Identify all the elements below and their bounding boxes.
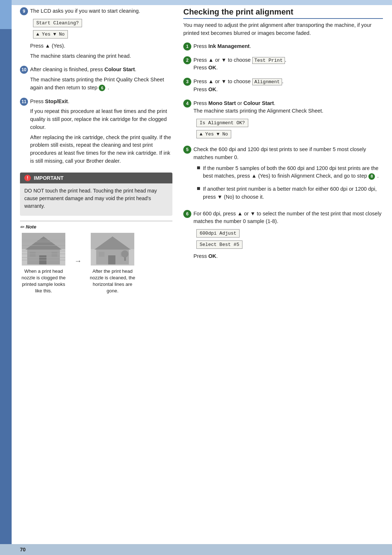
important-text: DO NOT touch the print head. Touching th… [24,187,168,210]
arrow-separator: → [74,257,82,265]
svg-point-22 [121,250,128,258]
important-icon: ! [24,175,31,181]
step-10-result: The machine starts printing the Print Qu… [30,76,172,92]
step-9-circle: 9 [20,7,28,15]
important-body: DO NOT touch the print head. Touching th… [20,183,172,216]
note-section: ✏ Note [20,221,172,297]
important-header: ! IMPORTANT [20,173,172,183]
step-9-result: The machine starts cleaning the print he… [30,52,172,60]
right-step-1-circle: 1 [183,42,191,50]
step-5-bullet-1: If the number 5 samples of both the 600 … [197,165,383,183]
bullet-2-icon [197,187,200,190]
caption-clean: After the print head nozzle is cleaned, … [89,268,136,295]
svg-rect-5 [30,252,36,257]
important-box: ! IMPORTANT DO NOT touch the print head.… [20,173,172,216]
important-label: IMPORTANT [34,175,64,181]
right-step-4-text: Press Mono Start or Colour Start.The mac… [193,100,383,116]
main-content: 9 The LCD asks you if you want to start … [20,7,383,300]
step-9-row: 9 The LCD asks you if you want to start … [20,7,172,62]
caption-clogged: When a print head nozzle is clogged the … [20,268,67,295]
right-step-4-content: Press Mono Start or Colour Start.The mac… [193,100,383,142]
right-step-5-text: Check the 600 dpi and 1200 dpi test prin… [193,146,383,162]
left-column: 9 The LCD asks you if you want to start … [20,7,172,300]
right-step-2-circle: 2 [183,56,191,64]
right-step-6-row: 6 For 600 dpi, press ▲ or ▼ to select th… [183,210,383,263]
step-9-lcd1: Start Cleaning? [33,19,82,27]
step-9-press: Press ▲ (Yes). [30,42,172,50]
right-step-4-lcd1: Is Alignment OK? [196,119,248,127]
sidebar [0,0,12,555]
right-column: Checking the print alignment You may nee… [183,7,383,300]
step-11-para2: After replacing the ink cartridge, check… [30,134,172,165]
top-bar [12,0,392,5]
step-9-lcd-container: Start Cleaning? ▲ Yes ▼ No [33,17,172,40]
svg-rect-18 [108,255,115,264]
right-step-4-row: 4 Press Mono Start or Colour Start.The m… [183,100,383,142]
step-11-press: Press Stop/Exit. [30,98,172,106]
right-step-4-lcd-container: Is Alignment OK? ▲ Yes ▼ No [196,117,383,140]
svg-rect-6 [52,252,57,257]
right-step-2-row: 2 Press ▲ or ▼ to choose Test Print.Pres… [183,56,383,74]
image-block-clean: After the print head nozzle is cleaned, … [89,233,136,297]
section-heading: Checking the print alignment [183,7,383,19]
step-5-bullets: If the number 5 samples of both the 600 … [197,165,383,203]
step-10-content: After cleaning is finished, press Colour… [30,66,172,94]
right-step-3-lcd: Alignment [252,78,282,85]
svg-rect-19 [99,252,105,257]
clogged-house-image [22,233,65,266]
bullet-1-icon [197,166,200,169]
step-10-text: After cleaning is finished, press Colour… [30,66,172,74]
right-step-6-lcd1: 600dpi Adjust [196,229,240,238]
step-9-content: The LCD asks you if you want to start cl… [30,7,172,62]
right-step-5-circle: 5 [183,146,191,154]
right-step-3-content: Press ▲ or ▼ to choose Alignment.Press O… [193,78,383,96]
right-step-3-circle: 3 [183,78,191,86]
right-step-2-content: Press ▲ or ▼ to choose Test Print.Press … [193,56,383,74]
note-pencil-icon: ✏ [20,224,24,230]
right-step-6-press: Press OK. [193,252,383,260]
right-step-2-text: Press ▲ or ▼ to choose Test Print.Press … [193,56,383,72]
right-step-1-text: Press Ink Management. [193,42,383,50]
step-11-content: Press Stop/Exit. If you repeat this proc… [30,98,172,167]
step-ref-6: 6 [99,85,105,91]
note-text: Note [26,224,36,230]
step-11-para1: If you repeat this procedure at least fi… [30,108,172,131]
sidebar-accent [0,0,12,29]
right-step-4-circle: 4 [183,100,191,108]
right-step-1-content: Press Ink Management. [193,42,383,53]
step-9-lcd2: ▲ Yes ▼ No [33,30,68,39]
right-step-4-lcd2: ▲ Yes ▼ No [196,130,231,138]
clean-house-image [91,233,134,266]
step-10-circle: 10 [20,66,28,74]
right-step-3-text: Press ▲ or ▼ to choose Alignment.Press O… [193,78,383,94]
page-bar: 70 [0,544,392,555]
step-9-text: The LCD asks you if you want to start cl… [30,7,172,15]
right-step-1-row: 1 Press Ink Management. [183,42,383,53]
note-label: ✏ Note [20,224,172,230]
right-step-6-text: For 600 dpi, press ▲ or ▼ to select the … [193,210,383,226]
right-step-2-lcd: Test Print [252,57,285,64]
intro-text: You may need to adjust the print alignme… [183,21,383,37]
note-images: When a print head nozzle is clogged the … [20,233,172,297]
right-step-6-content: For 600 dpi, press ▲ or ▼ to select the … [193,210,383,263]
page-number: 70 [20,547,26,552]
step-5-bullet-2: If another test print number is a better… [197,185,383,203]
step-ref-8: 8 [368,173,375,180]
image-block-clogged: When a print head nozzle is clogged the … [20,233,67,297]
right-step-5-content: Check the 600 dpi and 1200 dpi test prin… [193,146,383,206]
right-step-6-lcd-container: 600dpi Adjust Select Best #5 [196,228,383,250]
right-step-5-row: 5 Check the 600 dpi and 1200 dpi test pr… [183,146,383,206]
right-step-6-circle: 6 [183,210,191,218]
step-5-bullet-1-text: If the number 5 samples of both the 600 … [203,165,383,181]
step-11-circle: 11 [20,98,28,106]
right-step-6-lcd2: Select Best #5 [196,240,242,249]
step-11-row: 11 Press Stop/Exit. If you repeat this p… [20,98,172,167]
right-step-3-row: 3 Press ▲ or ▼ to choose Alignment.Press… [183,78,383,96]
step-5-bullet-2-text: If another test print number is a better… [203,185,383,201]
step-10-row: 10 After cleaning is finished, press Col… [20,66,172,94]
